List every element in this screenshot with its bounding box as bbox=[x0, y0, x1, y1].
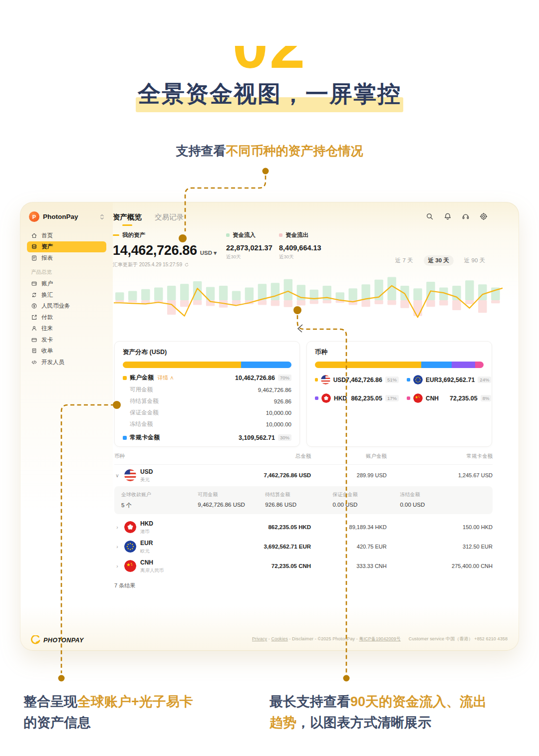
account-amount-cell: 89,189.34 HKD bbox=[311, 524, 387, 530]
chevron-down-icon[interactable]: ∨ bbox=[114, 473, 120, 478]
detail-column: 全球收款账户5 个 bbox=[121, 491, 198, 509]
sidebar-item-label: 往来 bbox=[41, 325, 53, 332]
range-pill-30d[interactable]: 近 30 天 bbox=[424, 255, 454, 266]
hk-flag-icon bbox=[321, 393, 331, 403]
footer-link[interactable]: ©2025 PhotonPay bbox=[317, 636, 355, 641]
detail-value: 9,462,726.86 USD bbox=[198, 502, 265, 508]
chevron-right-icon[interactable]: › bbox=[114, 564, 120, 569]
distribution-bar-segment-0 bbox=[123, 362, 241, 368]
support-icon[interactable] bbox=[462, 212, 470, 220]
account-amount-cell: 333.33 CNH bbox=[311, 563, 387, 569]
main-content: 资产概览 交易记录 我的资产 14,462,726.86 bbox=[113, 212, 508, 650]
bell-icon[interactable] bbox=[444, 212, 452, 220]
distribution-row: 保证金金额10,000.00 bbox=[123, 409, 291, 416]
inflow-bar bbox=[167, 286, 176, 300]
tab-asset-overview[interactable]: 资产概览 bbox=[113, 212, 142, 226]
cashflow-chart[interactable] bbox=[114, 268, 503, 334]
table-header: 币种 总金额 账户金额 常规卡金额 bbox=[114, 453, 493, 465]
my-assets-legend: 我的资产 bbox=[113, 231, 225, 239]
currency-table: 币种 总金额 账户金额 常规卡金额 ∨USD美元7,462,726.86 USD… bbox=[114, 453, 493, 589]
distribution-row: 待结算金额926.86 bbox=[123, 397, 291, 405]
distribution-row-label: 账户金额 bbox=[130, 374, 154, 382]
outflow-bar bbox=[387, 300, 396, 305]
callout-right: 最长支持查看90天的资金流入、流出 趋势，以图表方式清晰展示 bbox=[270, 691, 509, 733]
active-tab-indicator bbox=[122, 224, 132, 226]
sidebar-item-payments[interactable]: 付款 bbox=[27, 312, 106, 323]
chevron-right-icon[interactable]: › bbox=[114, 544, 120, 550]
workspace-switcher[interactable]: P PhotonPay bbox=[27, 211, 106, 222]
sidebar-item-fx[interactable]: 换汇 bbox=[27, 289, 106, 301]
distribution-row-value: 3,109,562.71 bbox=[239, 434, 275, 441]
range-pill-7d[interactable]: 近 7 天 bbox=[391, 255, 418, 266]
table-row-cnh[interactable]: ›CNH离岸人民币72,235.05 CNH333.33 CNH275,400.… bbox=[114, 557, 493, 575]
cn-flag-icon bbox=[124, 560, 136, 572]
legend-square-icon bbox=[315, 396, 318, 400]
tab-transaction-records[interactable]: 交易记录 bbox=[155, 212, 184, 222]
footer-link[interactable]: Disclaimer bbox=[292, 636, 313, 641]
outflow-bar bbox=[232, 300, 241, 305]
sidebar-item-label: 换汇 bbox=[41, 291, 53, 299]
brand-name: PhotonPay bbox=[43, 213, 96, 220]
inflow-legend: 资金流入 bbox=[226, 231, 278, 239]
footer-link[interactable]: 粤ICP备19042009号 bbox=[359, 636, 400, 641]
sidebar-item-acquiring[interactable]: 收单 bbox=[27, 346, 106, 357]
currency-code: EUR bbox=[426, 377, 438, 383]
range-pill-90d[interactable]: 近 90 天 bbox=[460, 255, 490, 266]
sidebar-item-home[interactable]: 首页 bbox=[27, 230, 106, 241]
outflow-bar bbox=[426, 300, 435, 307]
detail-column: 冻结金额0.00 USD bbox=[400, 491, 486, 509]
brand-logo-icon: P bbox=[29, 211, 39, 222]
inflow-block: 资金流入 22,873,021.37 近30天 bbox=[226, 231, 278, 260]
detail-label: 待结算金额 bbox=[265, 491, 332, 498]
percent-badge: 51% bbox=[385, 377, 399, 383]
card-amount-cell: 150.00 HKD bbox=[387, 524, 493, 530]
detail-value: 5 个 bbox=[121, 502, 198, 509]
sidebar-item-assets[interactable]: 资产 bbox=[27, 241, 106, 253]
sidebar-item-rmb-business[interactable]: 人民币业务 bbox=[27, 301, 106, 312]
sidebar-item-contacts[interactable]: 往来 bbox=[27, 323, 106, 335]
topbar-icons bbox=[426, 212, 488, 220]
currency-bar bbox=[315, 362, 484, 368]
footer-links: Privacy - Cookies - Disclaimer - ©2025 P… bbox=[252, 636, 508, 642]
currency-selector[interactable]: USD ▾ bbox=[200, 249, 217, 256]
footer-link[interactable]: Cookies bbox=[271, 636, 288, 641]
footer-link[interactable]: Privacy bbox=[252, 636, 267, 641]
refresh-icon[interactable] bbox=[184, 262, 189, 267]
currency-name: 欧元 bbox=[140, 548, 153, 554]
rate-updated-note: 汇率更新于 2025.4.29 15:27:59 bbox=[113, 261, 225, 268]
sidebar-item-reports[interactable]: 报表 bbox=[27, 252, 106, 264]
acquiring-icon bbox=[31, 348, 37, 354]
settings-icon[interactable] bbox=[480, 212, 488, 220]
account-icon bbox=[31, 280, 37, 287]
inflow-bar bbox=[154, 288, 163, 300]
currency-value: 862,235.05 bbox=[351, 395, 382, 402]
outflow-block: 资金流出 8,409,664.13 近30天 bbox=[279, 231, 339, 260]
percent-badge: 30% bbox=[278, 434, 291, 441]
table-row-eur[interactable]: ›EUR欧元3,692,562.71 EUR420.75 EUR312.50 E… bbox=[114, 538, 493, 556]
currency-item-usd: USD7,462,726.8651% bbox=[315, 375, 399, 384]
table-row-hkd[interactable]: ›HKD港币862,235.05 HKD89,189.34 HKD150.00 … bbox=[114, 518, 493, 536]
outflow-bar bbox=[128, 300, 137, 302]
sidebar-item-developers[interactable]: 开发人员 bbox=[27, 357, 106, 368]
search-icon[interactable] bbox=[426, 212, 434, 220]
details-toggle-link[interactable]: 详情 ∧ bbox=[158, 375, 174, 381]
eu-flag-icon bbox=[124, 541, 136, 553]
us-flag-icon bbox=[321, 375, 330, 384]
page: 02 全景资金视图，一屏掌控 支持查看不同币种的资产持仓情况 P PhotonP… bbox=[0, 0, 539, 756]
sidebar-item-card-issuing[interactable]: 发卡 bbox=[27, 334, 106, 346]
sidebar-item-accounts[interactable]: 账户 bbox=[27, 278, 106, 290]
photonpay-swoosh-icon bbox=[29, 635, 41, 645]
inflow-bar bbox=[115, 292, 124, 300]
percent-badge: 17% bbox=[385, 395, 399, 401]
chevron-right-icon[interactable]: › bbox=[114, 525, 120, 530]
inflow-period: 近30天 bbox=[226, 254, 278, 260]
home-icon bbox=[31, 232, 37, 239]
sidebar-item-label: 发卡 bbox=[41, 336, 53, 344]
currency-value: 7,462,726.86 bbox=[346, 377, 382, 383]
table-row-usd[interactable]: ∨USD美元7,462,726.86 USD289.99 USD1,245.67… bbox=[114, 466, 493, 484]
contacts-icon bbox=[31, 325, 37, 332]
outflow-bar bbox=[180, 300, 189, 307]
expanded-detail-panel: 全球收款账户5 个可用金额9,462,726.86 USD待结算金额926.86… bbox=[114, 486, 493, 514]
inflow-bar bbox=[232, 291, 241, 300]
detail-value: 0.00 USD bbox=[332, 502, 400, 508]
